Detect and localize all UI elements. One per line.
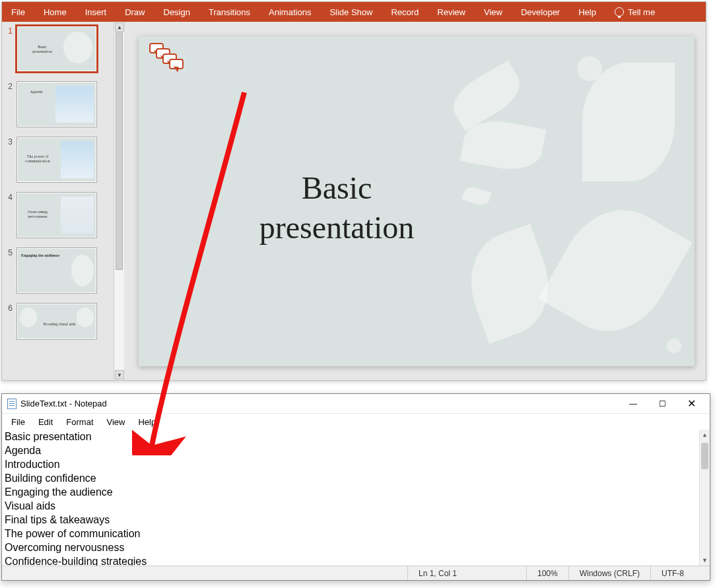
- notepad-menu: File Edit Format View Help: [2, 414, 710, 430]
- powerpoint-window: File Home Insert Draw Design Transitions…: [1, 1, 706, 381]
- minimize-button[interactable]: —: [619, 395, 648, 413]
- ribbon-tab-review[interactable]: Review: [428, 2, 475, 22]
- tell-me-search[interactable]: Tell me: [605, 2, 664, 22]
- close-button[interactable]: ✕: [677, 395, 706, 413]
- slide-thumbnail-4[interactable]: Overcoming nervousness: [17, 192, 97, 238]
- scroll-down-icon[interactable]: ▼: [701, 555, 708, 566]
- powerpoint-body: 1 Basic presentation 2 Agenda 3 The powe…: [2, 22, 706, 380]
- ribbon-tab-transitions[interactable]: Transitions: [199, 2, 259, 22]
- thumb-title: Basic presentation: [28, 45, 57, 53]
- thumb-title: The power of communication: [21, 154, 54, 163]
- slide-thumbnail-3[interactable]: The power of communication: [17, 137, 97, 183]
- menu-view[interactable]: View: [100, 416, 132, 428]
- notepad-scrollbar[interactable]: ▲ ▼: [699, 430, 710, 566]
- slide-thumbnail-5[interactable]: Engaging the audience: [17, 247, 97, 294]
- ribbon-tab-view[interactable]: View: [475, 2, 512, 22]
- menu-edit[interactable]: Edit: [32, 416, 59, 428]
- thumbnails-scrollbar[interactable]: ▲ ▼: [114, 22, 124, 380]
- maximize-button[interactable]: ☐: [648, 395, 677, 413]
- ribbon-tab-animations[interactable]: Animations: [259, 2, 320, 22]
- notepad-window: SlideText.txt - Notepad — ☐ ✕ File Edit …: [1, 393, 710, 581]
- notepad-titlebar[interactable]: SlideText.txt - Notepad — ☐ ✕: [2, 394, 710, 414]
- slide-thumbnail-2[interactable]: Agenda: [17, 81, 97, 127]
- scroll-handle[interactable]: [116, 32, 123, 270]
- status-encoding: UTF-8: [650, 566, 710, 580]
- ribbon-tabs: File Home Insert Draw Design Transitions…: [2, 2, 706, 22]
- ribbon-tab-developer[interactable]: Developer: [512, 2, 569, 22]
- ribbon-tab-help[interactable]: Help: [569, 2, 605, 22]
- status-eol: Windows (CRLF): [568, 566, 650, 580]
- current-slide[interactable]: Basic presentation: [139, 36, 695, 366]
- thumb-number: 5: [5, 247, 13, 257]
- thumb-number: 3: [5, 137, 13, 147]
- ribbon-tab-slideshow[interactable]: Slide Show: [320, 2, 382, 22]
- status-cursor-pos: Ln 1, Col 1: [407, 566, 526, 580]
- notepad-title-text: SlideText.txt - Notepad: [20, 399, 107, 408]
- slide-thumbnail-6[interactable]: Boosting visual aids: [17, 303, 97, 340]
- ribbon-tab-home[interactable]: Home: [34, 2, 76, 22]
- thumb-title: Boosting visual aids: [40, 322, 79, 327]
- lightbulb-icon: [615, 7, 624, 16]
- notepad-app-icon: [7, 399, 17, 409]
- tell-me-label: Tell me: [628, 7, 655, 17]
- slide-title-line2: presentation: [259, 210, 415, 245]
- menu-format[interactable]: Format: [59, 416, 100, 428]
- menu-file[interactable]: File: [5, 416, 32, 428]
- slide-thumbnails-panel: 1 Basic presentation 2 Agenda 3 The powe…: [2, 22, 124, 380]
- slide-canvas-area: Basic presentation: [124, 22, 706, 380]
- thumb-title: Overcoming nervousness: [21, 210, 54, 218]
- status-zoom: 100%: [526, 566, 568, 580]
- slide-title-text[interactable]: Basic presentation: [218, 168, 456, 247]
- notepad-statusbar: Ln 1, Col 1 100% Windows (CRLF) UTF-8: [2, 566, 710, 580]
- ribbon-tab-design[interactable]: Design: [154, 2, 199, 22]
- scroll-handle[interactable]: [701, 443, 708, 469]
- thumb-number: 4: [5, 192, 13, 202]
- window-controls: — ☐ ✕: [619, 395, 706, 413]
- menu-help[interactable]: Help: [131, 416, 162, 428]
- slide-title-line1: Basic: [302, 170, 372, 205]
- thumb-number: 1: [5, 26, 13, 36]
- ribbon-tab-record[interactable]: Record: [382, 2, 428, 22]
- ribbon-tab-insert[interactable]: Insert: [76, 2, 116, 22]
- scroll-up-icon[interactable]: ▲: [701, 430, 708, 440]
- scroll-track[interactable]: [115, 32, 123, 370]
- thumb-title: Agenda: [22, 90, 50, 94]
- ribbon-tab-file[interactable]: File: [2, 2, 34, 22]
- notepad-text-area[interactable]: Basic presentation Agenda Introduction B…: [2, 430, 699, 566]
- slide-thumbnail-1[interactable]: Basic presentation: [17, 26, 97, 72]
- scroll-down-icon[interactable]: ▼: [115, 370, 124, 379]
- thumb-number: 6: [5, 303, 13, 313]
- thumb-title: Engaging the audience: [21, 253, 67, 258]
- ribbon-tab-draw[interactable]: Draw: [116, 2, 154, 22]
- scroll-up-icon[interactable]: ▲: [115, 22, 124, 32]
- thumb-number: 2: [5, 81, 13, 91]
